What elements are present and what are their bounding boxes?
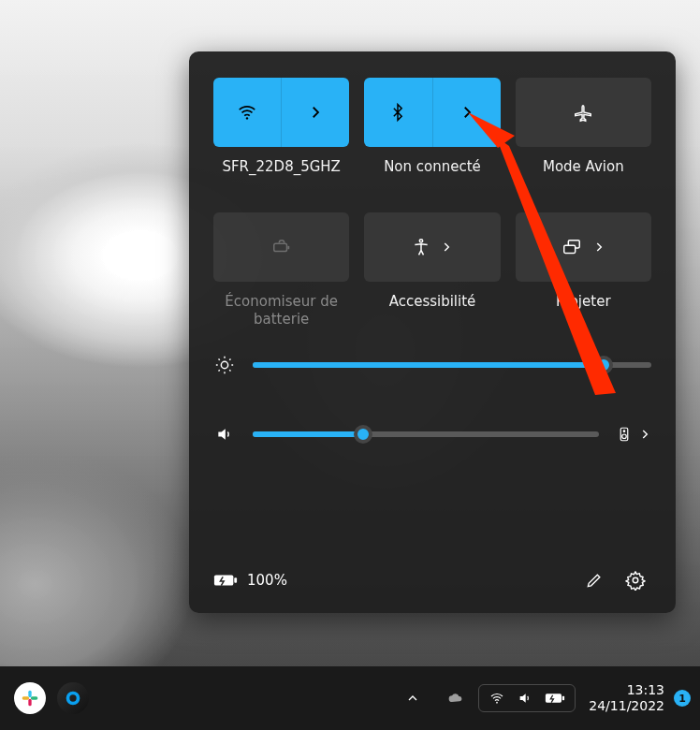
svg-rect-15 xyxy=(28,691,31,698)
volume-icon xyxy=(213,425,236,444)
notification-badge[interactable]: 1 xyxy=(674,690,691,707)
audio-output-icon[interactable] xyxy=(616,424,633,445)
svg-rect-16 xyxy=(22,696,30,699)
svg-point-8 xyxy=(622,434,627,439)
brightness-row xyxy=(213,355,651,375)
project-tile[interactable] xyxy=(516,212,651,282)
bluetooth-toggle[interactable] xyxy=(364,78,431,147)
svg-point-19 xyxy=(68,694,79,704)
svg-rect-1 xyxy=(273,243,286,251)
svg-rect-17 xyxy=(28,699,31,707)
airplane-tile-label: Mode Avion xyxy=(543,158,624,196)
chevron-right-icon xyxy=(440,241,453,254)
wifi-expand[interactable] xyxy=(281,78,349,147)
slack-icon xyxy=(21,689,39,708)
wifi-tile[interactable] xyxy=(213,78,349,147)
pencil-icon xyxy=(585,571,604,590)
battery-saver-tile-label: Économiseur de batterie xyxy=(213,293,349,330)
gear-icon xyxy=(625,570,646,591)
svg-point-9 xyxy=(623,431,625,432)
svg-rect-10 xyxy=(214,575,233,585)
wifi-toggle[interactable] xyxy=(213,78,281,147)
bluetooth-tile[interactable] xyxy=(364,78,500,147)
tile-row-1: SFR_22D8_5GHZ Non connecté Mode Avion xyxy=(213,78,651,196)
wifi-icon xyxy=(237,102,257,123)
quick-settings-panel: SFR_22D8_5GHZ Non connecté Mode Avion xyxy=(189,51,676,613)
gear-icon xyxy=(63,688,83,708)
svg-point-12 xyxy=(633,577,638,583)
tray-onedrive[interactable] xyxy=(435,678,476,719)
project-icon xyxy=(561,237,583,257)
svg-point-20 xyxy=(496,702,498,704)
panel-footer: 100% xyxy=(213,564,651,596)
chevron-right-icon xyxy=(592,241,605,254)
project-tile-label: Projeter xyxy=(556,293,610,330)
volume-row xyxy=(213,424,651,445)
wifi-icon xyxy=(489,691,505,706)
clock-date: 24/11/2022 xyxy=(589,698,664,715)
svg-rect-22 xyxy=(562,696,564,701)
volume-thumb[interactable] xyxy=(354,425,372,444)
svg-point-0 xyxy=(246,117,248,119)
accessibility-tile-label: Accessibilité xyxy=(389,293,476,330)
airplane-icon xyxy=(572,102,594,123)
brightness-thumb[interactable] xyxy=(594,356,613,374)
tray-quick-settings[interactable] xyxy=(478,684,576,712)
accessibility-icon xyxy=(412,237,430,257)
volume-fill xyxy=(253,431,363,437)
taskbar-app-slack[interactable] xyxy=(9,678,51,719)
chevron-right-icon xyxy=(307,104,324,121)
battery-saver-icon xyxy=(270,237,294,257)
chevron-right-icon xyxy=(459,104,475,121)
taskbar: 13:13 24/11/2022 1 xyxy=(0,666,700,730)
bluetooth-icon xyxy=(388,102,407,123)
svg-point-3 xyxy=(419,240,422,242)
notification-count: 1 xyxy=(678,693,686,705)
svg-rect-5 xyxy=(564,245,576,253)
battery-saver-tile[interactable] xyxy=(213,212,349,282)
battery-percent-text: 100% xyxy=(247,572,287,589)
taskbar-app-settings[interactable] xyxy=(52,678,94,719)
battery-charging-icon xyxy=(213,572,238,589)
wifi-tile-label: SFR_22D8_5GHZ xyxy=(222,158,340,196)
tile-row-2: Économiseur de batterie Accessibilité Pr… xyxy=(213,212,651,330)
clock-time: 13:13 xyxy=(589,682,664,699)
brightness-fill xyxy=(253,362,604,368)
settings-button[interactable] xyxy=(620,564,651,596)
taskbar-clock[interactable]: 13:13 24/11/2022 xyxy=(589,682,664,715)
volume-icon xyxy=(517,691,533,706)
chevron-right-icon[interactable] xyxy=(638,428,651,441)
brightness-icon xyxy=(213,355,236,375)
volume-slider[interactable] xyxy=(253,431,599,437)
cloud-icon xyxy=(446,691,465,706)
airplane-tile[interactable] xyxy=(516,78,651,147)
edit-button[interactable] xyxy=(578,564,610,596)
svg-rect-18 xyxy=(31,696,38,699)
svg-rect-11 xyxy=(234,577,237,583)
svg-rect-2 xyxy=(287,246,289,250)
chevron-up-icon xyxy=(405,691,420,706)
brightness-slider[interactable] xyxy=(253,362,651,368)
bluetooth-expand[interactable] xyxy=(432,78,501,147)
svg-point-6 xyxy=(221,361,227,368)
battery-icon xyxy=(545,692,565,705)
tray-overflow[interactable] xyxy=(392,678,433,719)
bluetooth-tile-label: Non connecté xyxy=(384,158,481,196)
accessibility-tile[interactable] xyxy=(364,212,500,282)
svg-rect-21 xyxy=(546,694,561,702)
